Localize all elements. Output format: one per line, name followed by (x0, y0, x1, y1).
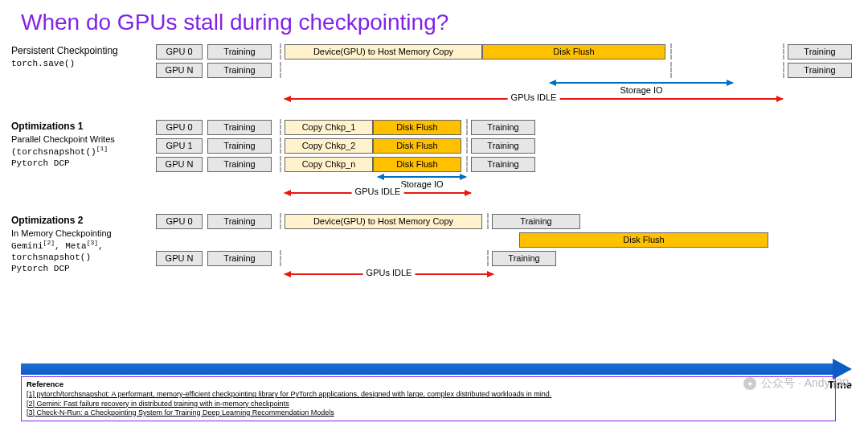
timeline: GPU 0TrainingDevice(GPU) to Host Memory … (156, 43, 857, 108)
section-label: Optimizations 2In Memory CheckpointingGe… (11, 213, 156, 296)
phase-divider (466, 138, 468, 154)
memory-copy-box: Device(GPU) to Host Memory Copy (285, 44, 482, 60)
gpu-row: GPU NTrainingTraining (156, 62, 857, 78)
gpu-box: GPU 0 (156, 44, 203, 60)
disk-flush-row: Disk Flush (156, 232, 857, 248)
phase-divider (487, 250, 489, 266)
section-label: Optimizations 1Parallel Checkpoint Write… (11, 119, 156, 202)
memory-copy-box: Copy Chkp_n (285, 157, 373, 172)
page-title: When do GPUs stall during checkpointing? (0, 0, 868, 43)
phase-divider (280, 156, 281, 172)
phase-divider (487, 213, 489, 229)
training-box: Training (207, 138, 272, 154)
phase-divider (280, 213, 281, 229)
phase-divider (280, 62, 281, 78)
phase-divider (466, 119, 468, 135)
training-box: Training (207, 44, 272, 60)
strategy-section: Optimizations 1Parallel Checkpoint Write… (0, 119, 868, 202)
training-box: Training (788, 63, 852, 78)
phase-divider (670, 43, 672, 60)
storage-io-arrow (378, 176, 466, 178)
phase-divider (280, 250, 281, 266)
gpu-idle-label: GPUs IDLE (508, 92, 560, 102)
reference-title: Reference (27, 380, 830, 389)
reference-line: [2] Gemini: Fast failure recovery in dis… (27, 400, 830, 408)
gpu-box: GPU 0 (156, 120, 203, 135)
time-axis: Time (21, 362, 852, 376)
memory-copy-box: Copy Chkp_2 (285, 138, 373, 154)
training-box: Training (207, 214, 272, 229)
gpu-box: GPU N (156, 63, 203, 78)
gpu-row: GPU 0TrainingDevice(GPU) to Host Memory … (156, 213, 857, 229)
phase-divider (280, 43, 281, 60)
gpu-idle-label: GPUs IDLE (363, 268, 416, 277)
disk-flush-box: Disk Flush (482, 44, 665, 60)
gpu-box: GPU 1 (156, 138, 203, 154)
annotations: Storage IOGPUs IDLE (156, 80, 857, 108)
phase-divider (466, 156, 468, 172)
training-box: Training (492, 214, 580, 229)
disk-flush-box: Disk Flush (519, 232, 768, 248)
reference-line: [3] Check-N-Run: a Checkpointing System … (27, 408, 830, 417)
gpu-row: GPU 0TrainingDevice(GPU) to Host Memory … (156, 43, 857, 60)
phase-divider (670, 62, 672, 78)
training-box: Training (207, 63, 272, 78)
gpu-idle-label: GPUs IDLE (352, 187, 404, 196)
gpu-box: GPU N (156, 157, 203, 172)
wechat-icon: ✦ (743, 377, 756, 390)
storage-io-label: Storage IO (397, 179, 446, 189)
storage-io-label: Storage IO (616, 85, 665, 95)
training-box: Training (207, 157, 272, 172)
annotations: GPUs IDLE (156, 269, 857, 296)
training-box: Training (492, 251, 556, 266)
reference-line: [1] pytorch/torchsnapshot: A performant,… (27, 390, 830, 399)
storage-io-arrow (550, 82, 733, 84)
strategy-section: Optimizations 2In Memory CheckpointingGe… (0, 213, 868, 296)
strategy-section: Persistent Checkpointingtorch.save()GPU … (0, 43, 868, 108)
training-box: Training (207, 120, 272, 135)
annotations: Storage IOGPUs IDLE (156, 174, 857, 202)
section-label: Persistent Checkpointingtorch.save() (11, 43, 156, 108)
training-box: Training (471, 138, 535, 154)
reference-box: Reference [1] pytorch/torchsnapshot: A p… (21, 376, 836, 421)
gpu-row: GPU 1TrainingCopy Chkp_2Disk FlushTraini… (156, 138, 857, 154)
gpu-box: GPU N (156, 251, 203, 266)
disk-flush-box: Disk Flush (373, 157, 461, 172)
memory-copy-box: Device(GPU) to Host Memory Copy (285, 214, 482, 229)
timeline: GPU 0TrainingDevice(GPU) to Host Memory … (156, 213, 857, 296)
training-box: Training (207, 251, 272, 266)
memory-copy-box: Copy Chkp_1 (285, 120, 373, 135)
phase-divider (783, 62, 784, 78)
gpu-row: GPU NTrainingCopy Chkp_nDisk FlushTraini… (156, 156, 857, 172)
training-box: Training (471, 157, 535, 172)
gpu-row: GPU NTrainingTraining (156, 250, 857, 266)
gpu-box: GPU 0 (156, 214, 203, 229)
timeline: GPU 0TrainingCopy Chkp_1Disk FlushTraini… (156, 119, 857, 202)
training-box: Training (788, 44, 852, 60)
disk-flush-box: Disk Flush (373, 120, 461, 135)
gpu-row: GPU 0TrainingCopy Chkp_1Disk FlushTraini… (156, 119, 857, 135)
phase-divider (783, 43, 784, 60)
training-box: Training (471, 120, 535, 135)
disk-flush-box: Disk Flush (373, 138, 461, 154)
phase-divider (280, 119, 281, 135)
phase-divider (280, 138, 281, 154)
watermark: ✦ 公众号 · Andy730 (743, 376, 849, 391)
